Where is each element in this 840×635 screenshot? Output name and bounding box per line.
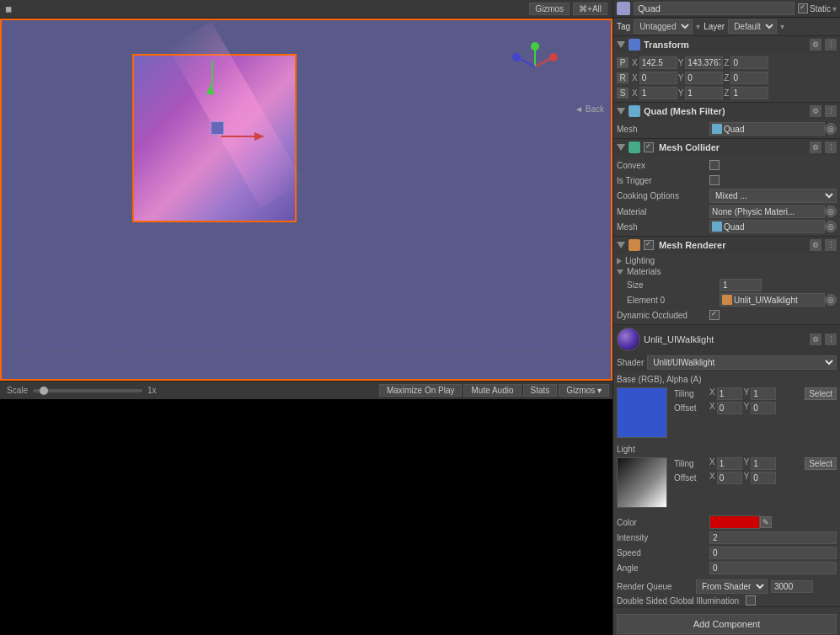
- element0-value: Unlit_UIWalklight: [734, 296, 798, 305]
- mesh-collider-settings-btn[interactable]: ⚙: [810, 141, 821, 153]
- mute-audio-button[interactable]: Mute Audio: [463, 384, 521, 397]
- svg-point-1: [549, 53, 558, 61]
- base-tiling-label: Tiling: [674, 389, 708, 398]
- light-tx-input[interactable]: [717, 457, 742, 470]
- speed-label: Speed: [617, 548, 709, 558]
- tag-select[interactable]: Untagged: [634, 19, 693, 34]
- mesh-filter-pick-btn[interactable]: ◎: [825, 123, 837, 135]
- pz-input[interactable]: [730, 56, 768, 69]
- px-label: X: [632, 58, 638, 67]
- base-ty-input[interactable]: [751, 387, 776, 400]
- scale-value: 1x: [147, 386, 157, 395]
- maximize-on-play-button[interactable]: Maximize On Play: [379, 384, 463, 397]
- light-ty-input[interactable]: [751, 457, 776, 470]
- light-tx-label: X: [709, 457, 715, 470]
- speed-input[interactable]: [709, 547, 837, 559]
- mesh-collider-enabled-checkbox[interactable]: [644, 142, 654, 152]
- light-tiling-label: Tiling: [674, 459, 708, 468]
- transform-settings-btn[interactable]: ⚙: [810, 39, 821, 51]
- mesh-filter-settings-btn[interactable]: ⚙: [810, 105, 821, 117]
- transform-collapse-icon: [617, 41, 625, 48]
- material-name: Unlit_UIWalklight: [644, 334, 806, 344]
- material-header[interactable]: Unlit_UIWalklight ⚙ ⋮: [613, 325, 840, 354]
- materials-size-input[interactable]: [720, 279, 762, 291]
- svg-point-3: [531, 42, 539, 51]
- base-tx-input[interactable]: [717, 387, 742, 400]
- mesh-renderer-header[interactable]: Mesh Renderer ⚙ ⋮: [613, 237, 840, 253]
- material-menu-btn[interactable]: ⋮: [825, 334, 837, 345]
- static-checkbox[interactable]: [798, 3, 808, 13]
- game-view: [0, 399, 613, 635]
- mesh-filter-menu-btn[interactable]: ⋮: [825, 105, 837, 117]
- light-texture-label: Light: [617, 445, 837, 454]
- px-input[interactable]: [639, 56, 677, 69]
- object-name-input[interactable]: [634, 2, 795, 15]
- light-ox-label: X: [709, 472, 715, 484]
- object-icon: [617, 2, 630, 15]
- base-oy-input[interactable]: [751, 402, 776, 414]
- light-texture-swatch[interactable]: [617, 457, 667, 508]
- render-queue-select[interactable]: From Shader: [696, 579, 768, 594]
- color-edit-btn[interactable]: ✎: [760, 516, 772, 528]
- mesh-renderer-menu-btn[interactable]: ⋮: [825, 239, 837, 251]
- collider-material-pick-btn[interactable]: ◎: [825, 205, 837, 217]
- collider-mesh-pick-btn[interactable]: ◎: [825, 221, 837, 232]
- dsgi-checkbox[interactable]: [746, 595, 756, 606]
- is-trigger-checkbox[interactable]: [709, 175, 720, 185]
- convex-checkbox[interactable]: [709, 160, 720, 170]
- cooking-options-select[interactable]: Mixed ...: [709, 189, 837, 203]
- svg-line-0: [535, 58, 552, 67]
- back-label[interactable]: ◄ Back: [575, 104, 604, 114]
- angle-input[interactable]: [709, 562, 837, 574]
- light-oy-input[interactable]: [751, 472, 776, 484]
- dynamic-occluded-checkbox[interactable]: [709, 310, 720, 320]
- layer-select[interactable]: Default: [728, 19, 777, 34]
- mesh-renderer-collapse-icon: [617, 242, 625, 248]
- transform-header[interactable]: Transform ⚙ ⋮: [613, 36, 840, 53]
- scale-label: Scale: [7, 386, 28, 395]
- x-arrow: [221, 132, 265, 141]
- mesh-renderer-enabled-checkbox[interactable]: [644, 240, 654, 250]
- rz-label: Z: [724, 73, 729, 83]
- mesh-renderer-settings-btn[interactable]: ⚙: [810, 239, 821, 251]
- color-swatch[interactable]: [709, 515, 760, 529]
- svg-line-4: [518, 58, 535, 67]
- material-settings-btn[interactable]: ⚙: [810, 334, 821, 345]
- add-component-button[interactable]: Add Component: [617, 614, 837, 634]
- stats-button[interactable]: Stats: [523, 384, 558, 397]
- collider-mesh-value: Quad: [724, 222, 744, 232]
- element0-pick-btn[interactable]: ◎: [825, 294, 837, 306]
- light-select-btn[interactable]: Select: [805, 457, 837, 470]
- materials-section[interactable]: Materials: [617, 266, 837, 277]
- shader-select[interactable]: Unlit/UIWalklight: [647, 355, 837, 370]
- rz-input[interactable]: [730, 72, 768, 84]
- render-queue-value-input[interactable]: [771, 580, 813, 593]
- mesh-collider-header[interactable]: Mesh Collider ⚙ ⋮: [613, 139, 840, 156]
- intensity-input[interactable]: [709, 531, 837, 544]
- mesh-collider-menu-btn[interactable]: ⋮: [825, 141, 837, 153]
- sx-input[interactable]: [639, 87, 677, 99]
- transform-menu-btn[interactable]: ⋮: [825, 39, 837, 51]
- ry-input[interactable]: [685, 72, 723, 84]
- static-dropdown-icon[interactable]: ▾: [832, 4, 837, 13]
- mesh-collider-title: Mesh Collider: [659, 142, 806, 152]
- collider-material-ref: None (Physic Materi...: [709, 205, 825, 218]
- mesh-filter-header[interactable]: Quad (Mesh Filter) ⚙ ⋮: [613, 103, 840, 120]
- all-button[interactable]: ⌘+All: [573, 3, 607, 15]
- sy-input[interactable]: [685, 87, 723, 99]
- transform-title: Transform: [644, 40, 806, 50]
- py-input[interactable]: [685, 56, 723, 69]
- gizmos-button[interactable]: Gizmos: [529, 3, 570, 15]
- rx-input[interactable]: [639, 72, 677, 84]
- lighting-section[interactable]: Lighting: [617, 255, 837, 266]
- base-select-btn[interactable]: Select: [805, 387, 837, 400]
- sz-input[interactable]: [730, 87, 768, 99]
- gizmos-view-button[interactable]: Gizmos ▾: [559, 384, 609, 397]
- base-ox-input[interactable]: [717, 402, 742, 414]
- shader-label: Shader: [617, 358, 644, 367]
- mesh-renderer-title: Mesh Renderer: [659, 240, 806, 250]
- collider-mesh-ref: Quad: [709, 220, 825, 233]
- scale-slider[interactable]: [33, 389, 142, 392]
- light-ox-input[interactable]: [717, 472, 742, 484]
- base-texture-swatch[interactable]: [617, 387, 667, 438]
